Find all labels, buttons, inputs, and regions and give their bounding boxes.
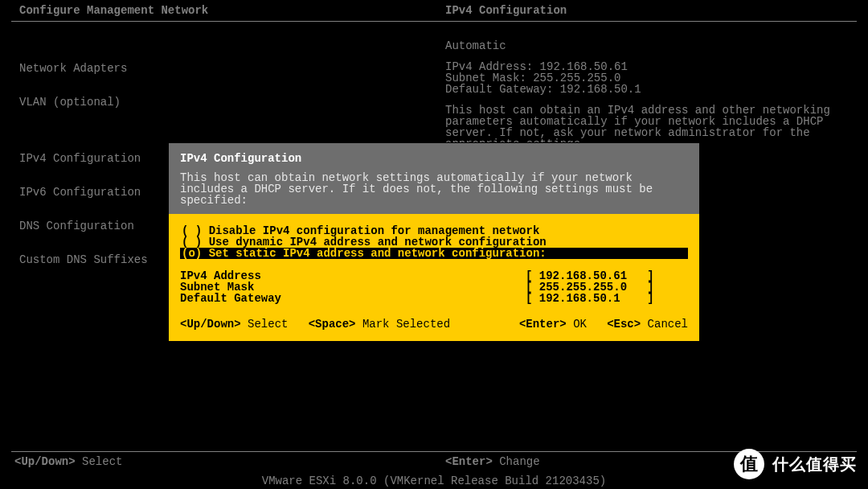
option-disable-ipv4[interactable]: ( ) Disable IPv4 configuration for manag… xyxy=(180,225,688,236)
dialog-description: This host can obtain network settings au… xyxy=(180,172,688,206)
option-dynamic-ipv4[interactable]: ( ) Use dynamic IPv4 address and network… xyxy=(180,236,688,248)
field-ipv4-address[interactable]: IPv4 Address [ 192.168.50.61 ] xyxy=(180,270,688,281)
menu-item-dns[interactable]: DNS Configuration xyxy=(19,220,148,232)
option-static-ipv4[interactable]: (o) Set static IPv4 address and network … xyxy=(180,248,688,259)
footer-divider xyxy=(11,451,857,452)
header-divider xyxy=(11,21,857,22)
dialog-hint-left: <Up/Down> Select <Space> Mark Selected xyxy=(180,318,450,330)
menu-item-vlan[interactable]: VLAN (optional) xyxy=(19,97,148,108)
static-fields: IPv4 Address [ 192.168.50.61 ] Subnet Ma… xyxy=(180,270,688,304)
menu-item-ipv4[interactable]: IPv4 Configuration xyxy=(19,153,148,164)
footer-enter-hint: Change xyxy=(499,455,539,468)
footer-updown-key: <Up/Down> xyxy=(14,455,76,468)
field-default-gateway-value[interactable]: [ 192.168.50.1 ] xyxy=(526,293,654,304)
subnet-mask-line: Subnet Mask: 255.255.255.0 xyxy=(445,72,849,84)
field-subnet-mask[interactable]: Subnet Mask [ 255.255.255.0 ] xyxy=(180,281,688,293)
dialog-header: IPv4 Configuration This host can obtain … xyxy=(169,143,699,214)
header-right: IPv4 Configuration xyxy=(445,5,567,16)
menu-item-ipv6[interactable]: IPv6 Configuration xyxy=(19,187,148,198)
dialog-title: IPv4 Configuration xyxy=(180,153,688,164)
dcui-screen: Configure Management Network IPv4 Config… xyxy=(0,0,868,489)
menu-item-network-adapters[interactable]: Network Adapters xyxy=(19,63,148,74)
footer-left-hint: <Up/Down> Select xyxy=(14,456,122,467)
dialog-body: ( ) Disable IPv4 configuration for manag… xyxy=(169,214,699,307)
footer-right-hint: <Enter> Change xyxy=(445,456,540,467)
ipv4-config-dialog: IPv4 Configuration This host can obtain … xyxy=(169,143,699,341)
watermark-badge-icon: 值 xyxy=(734,449,764,479)
field-subnet-mask-value[interactable]: [ 255.255.255.0 ] xyxy=(526,281,654,293)
footer-enter-key: <Enter> xyxy=(445,455,493,468)
ipv4-address-line: IPv4 Address: 192.168.50.61 xyxy=(445,61,849,72)
watermark: 值 什么值得买 xyxy=(734,449,857,479)
dialog-footer: <Up/Down> Select <Space> Mark Selected <… xyxy=(169,307,699,341)
watermark-text: 什么值得买 xyxy=(772,456,857,472)
header-left: Configure Management Network xyxy=(19,5,208,16)
menu-item-dns-suffixes[interactable]: Custom DNS Suffixes xyxy=(19,254,148,265)
field-ipv4-address-value[interactable]: [ 192.168.50.61 ] xyxy=(526,270,654,281)
field-default-gateway[interactable]: Default Gateway [ 192.168.50.1 ] xyxy=(180,293,688,304)
config-menu[interactable]: Network Adapters VLAN (optional) IPv4 Co… xyxy=(19,40,148,288)
ipv4-mode: Automatic xyxy=(445,40,849,51)
info-panel: Automatic IPv4 Address: 192.168.50.61 Su… xyxy=(445,40,849,150)
dialog-hint-right: <Enter> OK <Esc> Cancel xyxy=(519,318,688,330)
default-gateway-line: Default Gateway: 192.168.50.1 xyxy=(445,84,849,95)
